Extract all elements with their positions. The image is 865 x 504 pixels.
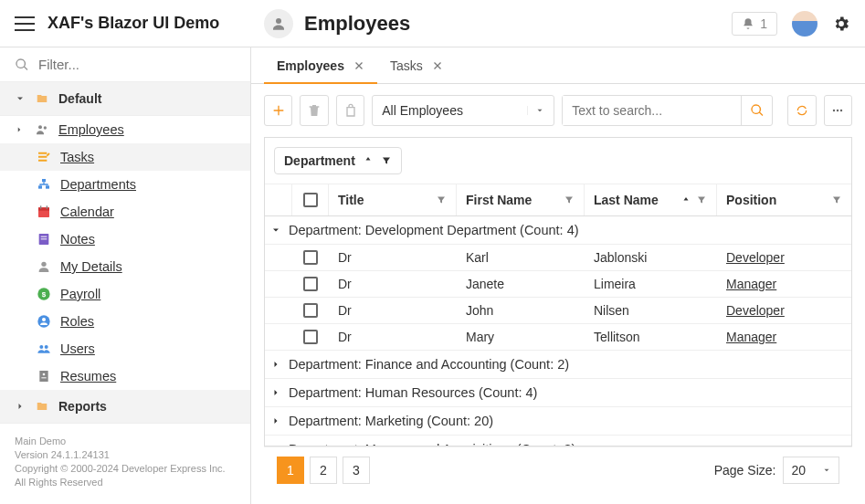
group-panel-chip[interactable]: Department (274, 147, 402, 174)
page-size-selector[interactable]: 20 (783, 457, 839, 484)
svg-rect-12 (41, 238, 47, 239)
search-button[interactable] (741, 96, 772, 125)
sidebar-item-payroll[interactable]: $ Payroll (0, 280, 250, 308)
chevron-right-icon (15, 125, 24, 134)
search-input[interactable] (563, 96, 741, 125)
group-row[interactable]: Department: Development Department (Coun… (265, 216, 851, 245)
user-avatar[interactable] (792, 11, 818, 37)
svg-point-13 (41, 262, 46, 267)
sidebar-item-tasks[interactable]: Tasks (0, 143, 250, 171)
page-button[interactable]: 1 (277, 457, 304, 484)
plus-icon (271, 103, 286, 118)
select-all-checkbox[interactable] (303, 193, 318, 207)
svg-point-23 (833, 110, 835, 111)
group-row[interactable]: Department: Mergers and Acquisitions (Co… (265, 436, 851, 446)
sidebar: Default Employees Tasks Departments (0, 47, 251, 504)
gear-icon[interactable] (832, 15, 850, 33)
cell-position-link[interactable]: Developer (726, 303, 785, 318)
new-button[interactable] (264, 95, 292, 126)
caret-down-icon (822, 466, 831, 475)
chevron-right-icon (15, 401, 26, 412)
cell-last-name: Jablonski (585, 245, 717, 270)
cell-last-name: Nilsen (585, 298, 717, 323)
table-row[interactable]: DrJohnNilsenDeveloper (265, 298, 851, 324)
sidebar-item-label: Departments (60, 177, 136, 192)
sidebar-filter-input[interactable] (38, 57, 236, 72)
cell-title: Dr (329, 324, 457, 350)
sidebar-item-resumes[interactable]: Resumes (0, 362, 250, 390)
svg-rect-4 (38, 185, 42, 188)
cell-first-name: Karl (457, 245, 585, 270)
page-button[interactable]: 2 (310, 457, 337, 484)
resumes-icon (37, 369, 51, 383)
cell-title: Dr (329, 271, 457, 297)
sidebar-item-departments[interactable]: Departments (0, 171, 250, 198)
page-size-label: Page Size: (714, 463, 776, 478)
filter-icon[interactable] (436, 194, 447, 205)
refresh-button[interactable] (787, 95, 816, 126)
group-row[interactable]: Department: Marketing (Count: 20) (265, 407, 851, 436)
row-checkbox[interactable] (303, 250, 318, 265)
column-header-title[interactable]: Title (329, 184, 457, 215)
view-selector-value: All Employees (382, 103, 463, 118)
table-row[interactable]: DrKarlJablonskiDeveloper (265, 245, 851, 271)
tab-employees[interactable]: Employees (264, 47, 377, 83)
cell-first-name: Mary (457, 324, 585, 350)
nav-group-reports[interactable]: Reports (0, 390, 250, 424)
table-row[interactable]: DrJaneteLimeiraManager (265, 271, 851, 298)
filter-icon[interactable] (564, 194, 575, 205)
calendar-icon (37, 205, 51, 219)
table-row[interactable]: DrMaryTellitsonManager (265, 324, 851, 351)
group-row[interactable]: Department: Human Resources (Count: 4) (265, 379, 851, 407)
filter-icon[interactable] (831, 194, 842, 205)
column-header-position[interactable]: Position (717, 184, 851, 215)
column-header-firstname[interactable]: First Name (457, 184, 585, 215)
search-icon (15, 58, 29, 72)
page-button[interactable]: 3 (343, 457, 370, 484)
sidebar-item-employees[interactable]: Employees (0, 116, 250, 143)
sidebar-item-roles[interactable]: Roles (0, 308, 250, 335)
close-icon[interactable] (353, 60, 364, 71)
filter-icon[interactable] (381, 155, 392, 166)
ellipsis-icon (830, 103, 845, 118)
row-checkbox[interactable] (303, 330, 318, 344)
employees-icon (35, 122, 49, 137)
tab-tasks[interactable]: Tasks (377, 47, 456, 83)
column-header-lastname[interactable]: Last Name (585, 184, 717, 215)
cell-last-name: Limeira (585, 271, 717, 297)
sidebar-item-users[interactable]: Users (0, 335, 250, 362)
nav-group-default[interactable]: Default (0, 82, 250, 116)
notes-icon (37, 232, 51, 247)
nav-group-label: Reports (58, 399, 107, 414)
sidebar-item-notes[interactable]: Notes (0, 226, 250, 253)
cell-position-link[interactable]: Manager (726, 330, 776, 344)
row-checkbox[interactable] (303, 277, 318, 291)
cell-first-name: Janete (457, 271, 585, 297)
app-title: XAF's Blazor UI Demo (47, 14, 219, 33)
search-icon (750, 103, 765, 118)
group-row[interactable]: Department: Finance and Accounting (Coun… (265, 351, 851, 379)
view-selector[interactable]: All Employees (372, 95, 554, 126)
menu-toggle-icon[interactable] (15, 16, 35, 31)
cell-position-link[interactable]: Developer (726, 250, 785, 265)
row-checkbox[interactable] (303, 303, 318, 318)
delete-button[interactable] (300, 95, 328, 126)
more-button[interactable] (824, 95, 852, 126)
unlink-button[interactable] (336, 95, 364, 126)
cell-title: Dr (329, 245, 457, 270)
svg-rect-5 (46, 185, 49, 188)
folder-icon (35, 92, 49, 105)
filter-icon[interactable] (696, 194, 707, 205)
sidebar-item-calendar[interactable]: Calendar (0, 198, 250, 226)
notifications-button[interactable]: 1 (732, 12, 777, 36)
tab-label: Employees (277, 58, 344, 73)
caret-down-icon (527, 106, 544, 115)
svg-point-24 (837, 110, 839, 111)
bell-icon (742, 17, 754, 30)
close-icon[interactable] (432, 60, 443, 71)
cell-position-link[interactable]: Manager (726, 277, 776, 291)
page-size-value: 20 (791, 463, 806, 478)
sidebar-item-mydetails[interactable]: My Details (0, 253, 250, 280)
chevron-down-icon (270, 225, 281, 236)
svg-rect-3 (42, 179, 46, 182)
